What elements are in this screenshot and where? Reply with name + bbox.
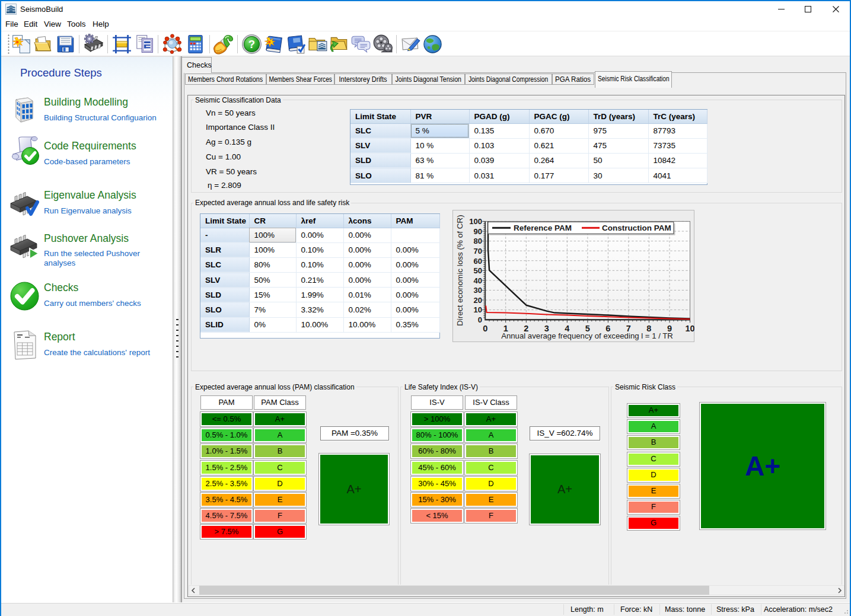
svg-text:0: 0 [483, 324, 487, 333]
svg-text:Annual average frequency of ex: Annual average frequency of exceeding l … [501, 331, 673, 340]
svg-text:Reference PAM: Reference PAM [514, 224, 572, 232]
svg-text:70: 70 [474, 247, 482, 256]
svg-text:80: 80 [474, 237, 482, 245]
svg-text:100: 100 [469, 217, 482, 226]
svg-text:0: 0 [478, 315, 482, 324]
svg-text:?: ? [248, 38, 255, 50]
svg-text:10: 10 [685, 324, 694, 333]
svg-text:10: 10 [474, 305, 482, 314]
svg-text:20: 20 [474, 296, 482, 305]
svg-text:Direct economic loss (% of CR): Direct economic loss (% of CR) [455, 215, 464, 326]
svg-text:Construction PAM: Construction PAM [602, 224, 671, 232]
svg-text:30: 30 [474, 286, 482, 295]
svg-text:50: 50 [474, 266, 482, 275]
svg-text:60: 60 [474, 257, 482, 266]
svg-text:40: 40 [474, 276, 482, 285]
svg-text:90: 90 [474, 227, 482, 236]
